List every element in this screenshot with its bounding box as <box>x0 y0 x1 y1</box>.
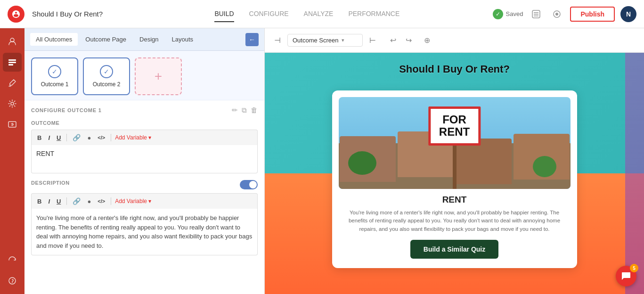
icon-sidebar <box>0 28 24 294</box>
sidebar-item-brush[interactable] <box>3 74 22 92</box>
outcome-bold-button[interactable]: B <box>35 133 43 142</box>
tab-outcome-page[interactable]: Outcome Page <box>80 33 132 46</box>
top-navigation: Should I Buy Or Rent? BUILD CONFIGURE AN… <box>0 0 644 28</box>
outcome-italic-button[interactable]: I <box>46 133 52 142</box>
tab-all-outcomes[interactable]: All Outcomes <box>30 33 78 46</box>
edit-icon[interactable]: ✏ <box>232 106 238 114</box>
outcomes-row: ✓ Outcome 1 ✓ Outcome 2 + <box>24 51 264 100</box>
purple-accent <box>625 53 644 294</box>
saved-check-icon: ✓ <box>493 9 503 19</box>
cta-container: Build a Similar Quiz <box>332 240 577 259</box>
left-panel-tabs: All Outcomes Outcome Page Design Layouts… <box>24 28 264 51</box>
sidebar-item-settings[interactable] <box>3 94 22 113</box>
quiz-title-container: Should I Buy Or Rent? <box>399 63 510 75</box>
outcome-link-button[interactable]: 🔗 <box>71 133 82 142</box>
screen-selector-arrow-icon: ▾ <box>342 37 344 43</box>
svg-point-12 <box>9 278 16 284</box>
sign-post <box>453 142 457 189</box>
panel-collapse-button[interactable]: ← <box>245 33 259 46</box>
project-title: Should I Buy Or Rent? <box>32 10 103 18</box>
chat-icon <box>621 271 631 281</box>
outcome-field-label: OUTCOME <box>31 120 258 126</box>
tab-layouts[interactable]: Layouts <box>166 33 199 46</box>
outcome-text-area[interactable]: RENT <box>31 145 258 173</box>
copy-icon[interactable]: ⧉ <box>242 106 247 114</box>
desc-code-button[interactable]: </> <box>96 197 107 205</box>
configure-header: CONFIGURE OUTCOME 1 ✏ ⧉ 🗑 <box>31 106 258 114</box>
desc-link-button[interactable]: 🔗 <box>71 196 82 206</box>
add-outcome-button[interactable]: + <box>135 57 182 95</box>
outcome-card-1[interactable]: ✓ Outcome 1 <box>31 57 78 95</box>
configure-section: CONFIGURE OUTCOME 1 ✏ ⧉ 🗑 OUTCOME B I U … <box>24 100 264 294</box>
sidebar-item-outcomes[interactable] <box>3 53 22 72</box>
preview-start-button[interactable]: ⊣ <box>272 34 283 47</box>
quiz-title: Should I Buy Or Rent? <box>399 63 510 75</box>
desc-color-button[interactable]: ● <box>85 197 93 206</box>
outcome-1-label: Outcome 1 <box>41 81 69 88</box>
configure-title: CONFIGURE OUTCOME 1 <box>31 107 102 113</box>
svg-rect-1 <box>534 12 538 13</box>
svg-point-10 <box>11 102 14 105</box>
description-header: DESCRIPTION <box>31 180 258 189</box>
outcome-add-variable-button[interactable]: Add Variable ▾ <box>115 134 151 141</box>
sidebar-item-refresh[interactable] <box>3 251 22 270</box>
card-image-container: FORRENT <box>339 97 571 189</box>
chat-badge: 5 <box>630 264 638 272</box>
card-image-bg: FORRENT <box>339 97 571 189</box>
tab-analyze[interactable]: ANALYZE <box>304 6 334 22</box>
preview-end-button[interactable]: ⊢ <box>367 34 378 47</box>
outcome-card-2[interactable]: ✓ Outcome 2 <box>83 57 130 95</box>
nav-tabs: BUILD CONFIGURE ANALYZE PERFORMANCE <box>122 6 492 22</box>
outcome-1-check-icon: ✓ <box>48 65 61 78</box>
outcome-underline-button[interactable]: U <box>55 133 63 142</box>
tab-performance[interactable]: PERFORMANCE <box>348 6 399 22</box>
preview-content: Should I Buy Or Rent? <box>265 53 644 294</box>
add-outcome-plus-icon: + <box>155 69 162 84</box>
for-rent-text: FORRENT <box>439 114 470 139</box>
tab-design[interactable]: Design <box>134 33 164 46</box>
publish-button[interactable]: Publish <box>570 7 615 22</box>
user-avatar: N <box>620 6 636 22</box>
desc-underline-button[interactable]: U <box>55 197 63 206</box>
preview-button[interactable] <box>549 7 564 22</box>
sidebar-item-help[interactable] <box>3 271 22 290</box>
desc-add-variable-button[interactable]: Add Variable ▾ <box>115 198 151 204</box>
tab-configure[interactable]: CONFIGURE <box>249 6 289 22</box>
desc-bold-button[interactable]: B <box>35 197 43 206</box>
redo-button[interactable]: ↪ <box>402 34 416 47</box>
right-preview: ⊣ Outcome Screen ▾ ⊢ ↩ ↪ ⊕ <box>265 28 644 294</box>
sidebar-item-user[interactable] <box>3 32 22 51</box>
configure-actions: ✏ ⧉ 🗑 <box>232 106 258 114</box>
undo-button[interactable]: ↩ <box>386 34 400 47</box>
svg-rect-9 <box>8 64 13 65</box>
main-layout: All Outcomes Outcome Page Design Layouts… <box>0 28 644 294</box>
outcome-card-preview: FORRENT RENT You're living more of a ren… <box>332 90 577 268</box>
outcome-2-check-icon: ✓ <box>100 65 113 78</box>
sidebar-item-dollar[interactable] <box>3 115 22 134</box>
desc-toolbar-separator <box>66 197 67 205</box>
card-outcome-title: RENT <box>340 195 570 205</box>
desc-toolbar-separator-2 <box>111 197 111 205</box>
preview-toolbar: ⊣ Outcome Screen ▾ ⊢ ↩ ↪ ⊕ <box>265 28 644 53</box>
cta-button[interactable]: Build a Similar Quiz <box>410 240 498 259</box>
svg-rect-7 <box>8 59 16 61</box>
outcome-code-button[interactable]: </> <box>96 134 107 141</box>
nav-right-actions: ✓ Saved Publish N <box>493 6 636 22</box>
card-tree-2 <box>533 156 556 177</box>
description-toggle[interactable] <box>240 180 258 189</box>
tab-build[interactable]: BUILD <box>214 6 234 22</box>
outcome-color-button[interactable]: ● <box>85 133 93 142</box>
card-outcome-desc: You're living more of a renter's life ri… <box>343 209 566 233</box>
toolbar-separator <box>66 134 67 141</box>
preview-settings-button[interactable]: ⊕ <box>420 34 434 47</box>
desc-italic-button[interactable]: I <box>46 197 52 206</box>
chat-bubble[interactable]: 5 <box>616 266 636 286</box>
undo-redo-controls: ↩ ↪ <box>386 34 416 47</box>
description-toolbar: B I U 🔗 ● </> Add Variable ▾ <box>31 193 258 209</box>
description-text-area[interactable]: You're living more of a renter's life ri… <box>31 209 258 255</box>
delete-icon[interactable]: 🗑 <box>251 106 258 114</box>
view-mode-toggle-button[interactable] <box>529 7 544 22</box>
screen-selector[interactable]: Outcome Screen ▾ <box>287 34 363 47</box>
saved-label: Saved <box>506 10 523 17</box>
description-field-label: DESCRIPTION <box>31 180 70 186</box>
